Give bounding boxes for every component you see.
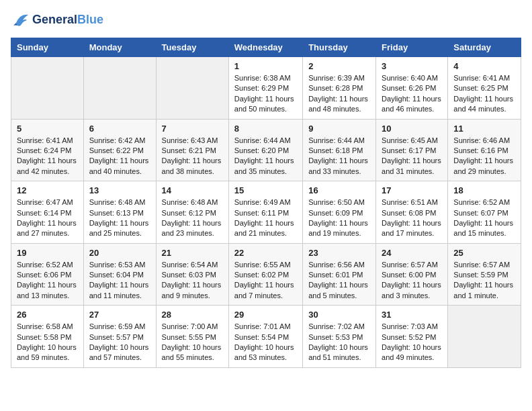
day-info: Sunrise: 6:48 AM Sunset: 6:12 PM Dayligh… <box>162 197 223 239</box>
calendar-cell: 7Sunrise: 6:43 AM Sunset: 6:21 PM Daylig… <box>156 119 228 181</box>
day-info: Sunrise: 6:40 AM Sunset: 6:26 PM Dayligh… <box>382 73 442 115</box>
day-info: Sunrise: 6:53 AM Sunset: 6:04 PM Dayligh… <box>89 260 150 302</box>
calendar-cell: 18Sunrise: 6:52 AM Sunset: 6:07 PM Dayli… <box>448 181 521 244</box>
day-number: 21 <box>162 248 223 258</box>
calendar-cell: 24Sunrise: 6:57 AM Sunset: 6:00 PM Dayli… <box>376 243 448 306</box>
calendar-cell: 29Sunrise: 7:01 AM Sunset: 5:54 PM Dayli… <box>228 306 302 368</box>
day-number: 17 <box>382 185 442 195</box>
calendar-day-header: Sunday <box>11 38 84 57</box>
day-info: Sunrise: 6:50 AM Sunset: 6:09 PM Dayligh… <box>308 197 370 239</box>
day-info: Sunrise: 6:58 AM Sunset: 5:58 PM Dayligh… <box>17 322 78 363</box>
calendar-cell: 19Sunrise: 6:52 AM Sunset: 6:06 PM Dayli… <box>11 243 84 306</box>
calendar-cell: 5Sunrise: 6:41 AM Sunset: 6:24 PM Daylig… <box>11 119 84 181</box>
day-info: Sunrise: 6:47 AM Sunset: 6:14 PM Dayligh… <box>17 197 78 239</box>
calendar-cell: 26Sunrise: 6:58 AM Sunset: 5:58 PM Dayli… <box>11 306 84 368</box>
day-number: 22 <box>234 248 297 258</box>
day-info: Sunrise: 6:51 AM Sunset: 6:08 PM Dayligh… <box>382 197 442 239</box>
day-number: 6 <box>89 124 150 134</box>
calendar-cell: 17Sunrise: 6:51 AM Sunset: 6:08 PM Dayli… <box>376 181 448 244</box>
day-info: Sunrise: 7:02 AM Sunset: 5:53 PM Dayligh… <box>308 322 370 363</box>
calendar-cell <box>448 306 521 368</box>
day-number: 1 <box>234 61 297 71</box>
day-info: Sunrise: 6:56 AM Sunset: 6:01 PM Dayligh… <box>308 260 370 302</box>
logo-text: GeneralBlue <box>32 13 103 27</box>
day-number: 20 <box>89 248 150 258</box>
calendar-cell: 8Sunrise: 6:44 AM Sunset: 6:20 PM Daylig… <box>228 119 302 181</box>
calendar-cell: 27Sunrise: 6:59 AM Sunset: 5:57 PM Dayli… <box>83 306 156 368</box>
day-info: Sunrise: 6:45 AM Sunset: 6:17 PM Dayligh… <box>382 136 442 177</box>
day-number: 10 <box>382 124 442 134</box>
calendar-cell: 11Sunrise: 6:46 AM Sunset: 6:16 PM Dayli… <box>448 119 521 181</box>
calendar-header-row: SundayMondayTuesdayWednesdayThursdayFrid… <box>11 38 521 57</box>
day-info: Sunrise: 7:01 AM Sunset: 5:54 PM Dayligh… <box>234 322 297 363</box>
day-info: Sunrise: 6:46 AM Sunset: 6:16 PM Dayligh… <box>453 136 515 177</box>
calendar-table: SundayMondayTuesdayWednesdayThursdayFrid… <box>11 38 521 368</box>
calendar-week-row: 1Sunrise: 6:38 AM Sunset: 6:29 PM Daylig… <box>11 57 521 120</box>
day-info: Sunrise: 6:57 AM Sunset: 6:00 PM Dayligh… <box>382 260 442 302</box>
day-number: 31 <box>382 310 442 320</box>
day-info: Sunrise: 6:49 AM Sunset: 6:11 PM Dayligh… <box>234 197 297 239</box>
calendar-cell: 21Sunrise: 6:54 AM Sunset: 6:03 PM Dayli… <box>156 243 228 306</box>
calendar-cell: 10Sunrise: 6:45 AM Sunset: 6:17 PM Dayli… <box>376 119 448 181</box>
calendar-day-header: Friday <box>376 38 448 57</box>
day-info: Sunrise: 6:57 AM Sunset: 5:59 PM Dayligh… <box>453 260 515 302</box>
day-number: 7 <box>162 124 223 134</box>
day-number: 29 <box>234 310 297 320</box>
day-number: 8 <box>234 124 297 134</box>
day-number: 25 <box>453 248 515 258</box>
day-number: 14 <box>162 185 223 195</box>
calendar-day-header: Thursday <box>303 38 376 57</box>
day-number: 23 <box>308 248 370 258</box>
day-number: 9 <box>308 124 370 134</box>
day-info: Sunrise: 6:44 AM Sunset: 6:18 PM Dayligh… <box>308 136 370 177</box>
calendar-week-row: 19Sunrise: 6:52 AM Sunset: 6:06 PM Dayli… <box>11 243 521 306</box>
calendar-day-header: Tuesday <box>156 38 228 57</box>
calendar-cell: 6Sunrise: 6:42 AM Sunset: 6:22 PM Daylig… <box>83 119 156 181</box>
day-info: Sunrise: 6:41 AM Sunset: 6:25 PM Dayligh… <box>453 73 515 115</box>
calendar-cell: 16Sunrise: 6:50 AM Sunset: 6:09 PM Dayli… <box>303 181 376 244</box>
day-number: 28 <box>162 310 223 320</box>
day-info: Sunrise: 6:54 AM Sunset: 6:03 PM Dayligh… <box>162 260 223 302</box>
day-number: 3 <box>382 61 442 71</box>
calendar-cell <box>83 57 156 120</box>
day-number: 5 <box>17 124 78 134</box>
day-info: Sunrise: 6:44 AM Sunset: 6:20 PM Dayligh… <box>234 136 297 177</box>
calendar-cell: 22Sunrise: 6:55 AM Sunset: 6:02 PM Dayli… <box>228 243 302 306</box>
day-number: 4 <box>453 61 515 71</box>
calendar-cell: 2Sunrise: 6:39 AM Sunset: 6:28 PM Daylig… <box>303 57 376 120</box>
calendar-day-header: Saturday <box>448 38 521 57</box>
day-info: Sunrise: 6:41 AM Sunset: 6:24 PM Dayligh… <box>17 136 78 177</box>
calendar-day-header: Wednesday <box>228 38 302 57</box>
calendar-cell: 9Sunrise: 6:44 AM Sunset: 6:18 PM Daylig… <box>303 119 376 181</box>
day-info: Sunrise: 6:39 AM Sunset: 6:28 PM Dayligh… <box>308 73 370 115</box>
calendar-cell: 3Sunrise: 6:40 AM Sunset: 6:26 PM Daylig… <box>376 57 448 120</box>
day-number: 15 <box>234 185 297 195</box>
page-header: GeneralBlue <box>11 11 521 30</box>
calendar-cell: 15Sunrise: 6:49 AM Sunset: 6:11 PM Dayli… <box>228 181 302 244</box>
day-info: Sunrise: 6:52 AM Sunset: 6:07 PM Dayligh… <box>453 197 515 239</box>
calendar-cell: 30Sunrise: 7:02 AM Sunset: 5:53 PM Dayli… <box>303 306 376 368</box>
calendar-cell: 31Sunrise: 7:03 AM Sunset: 5:52 PM Dayli… <box>376 306 448 368</box>
calendar-cell: 13Sunrise: 6:48 AM Sunset: 6:13 PM Dayli… <box>83 181 156 244</box>
calendar-cell: 12Sunrise: 6:47 AM Sunset: 6:14 PM Dayli… <box>11 181 84 244</box>
day-number: 19 <box>17 248 78 258</box>
day-number: 11 <box>453 124 515 134</box>
calendar-cell: 23Sunrise: 6:56 AM Sunset: 6:01 PM Dayli… <box>303 243 376 306</box>
calendar-week-row: 26Sunrise: 6:58 AM Sunset: 5:58 PM Dayli… <box>11 306 521 368</box>
day-info: Sunrise: 7:00 AM Sunset: 5:55 PM Dayligh… <box>162 322 223 363</box>
logo-icon <box>11 11 30 30</box>
day-number: 12 <box>17 185 78 195</box>
day-info: Sunrise: 6:38 AM Sunset: 6:29 PM Dayligh… <box>234 73 297 115</box>
calendar-week-row: 5Sunrise: 6:41 AM Sunset: 6:24 PM Daylig… <box>11 119 521 181</box>
calendar-cell: 25Sunrise: 6:57 AM Sunset: 5:59 PM Dayli… <box>448 243 521 306</box>
day-info: Sunrise: 6:43 AM Sunset: 6:21 PM Dayligh… <box>162 136 223 177</box>
day-info: Sunrise: 6:55 AM Sunset: 6:02 PM Dayligh… <box>234 260 297 302</box>
day-number: 18 <box>453 185 515 195</box>
day-number: 30 <box>308 310 370 320</box>
calendar-cell: 28Sunrise: 7:00 AM Sunset: 5:55 PM Dayli… <box>156 306 228 368</box>
day-number: 26 <box>17 310 78 320</box>
calendar-cell: 1Sunrise: 6:38 AM Sunset: 6:29 PM Daylig… <box>228 57 302 120</box>
calendar-cell: 4Sunrise: 6:41 AM Sunset: 6:25 PM Daylig… <box>448 57 521 120</box>
day-info: Sunrise: 6:48 AM Sunset: 6:13 PM Dayligh… <box>89 197 150 239</box>
calendar-cell <box>11 57 84 120</box>
